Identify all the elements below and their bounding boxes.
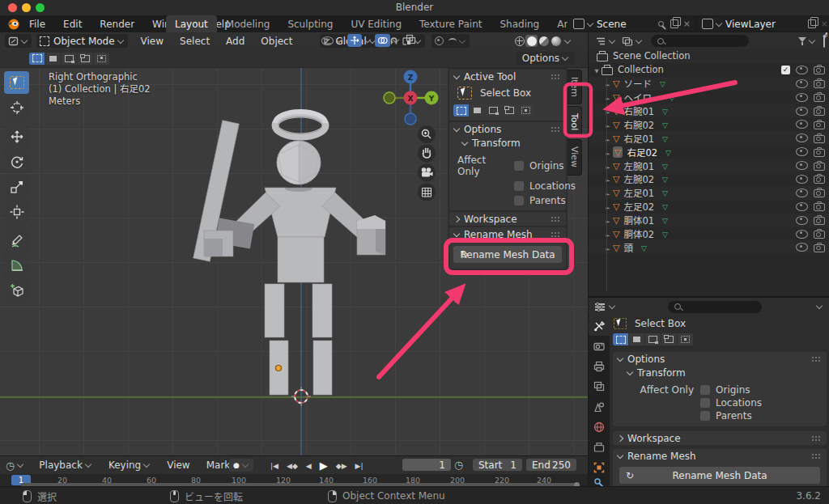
panel-grip-icon[interactable] — [811, 435, 822, 441]
object-name[interactable]: 右足01 — [623, 132, 654, 145]
expand-icon[interactable] — [603, 228, 613, 239]
show-gizmo-toggle[interactable] — [347, 34, 362, 47]
axis-neg-z-ball[interactable] — [405, 113, 416, 125]
editor-type-button[interactable] — [5, 34, 32, 48]
options-panel-header[interactable]: Options — [613, 352, 827, 366]
select-mode-invert[interactable] — [78, 53, 93, 65]
expand-icon[interactable] — [603, 105, 613, 116]
select-mode-subtract[interactable] — [645, 333, 661, 345]
add-menu[interactable]: Add — [218, 36, 253, 47]
show-overlays-toggle[interactable] — [375, 34, 390, 47]
menu-file[interactable]: File — [20, 15, 54, 32]
scene-collection-row[interactable]: Scene Collection — [589, 49, 829, 63]
outliner-item[interactable]: 左腕01 — [589, 159, 829, 172]
disable-render-icon[interactable] — [814, 163, 825, 171]
select-mode-new[interactable] — [29, 53, 45, 65]
current-frame-field[interactable]: 1 — [402, 459, 451, 471]
npanel-tab-tool[interactable]: Tool — [568, 106, 582, 138]
xray-toggle[interactable] — [406, 34, 416, 47]
outliner-item-selected[interactable]: 右足02 — [589, 145, 829, 159]
locations-checkbox[interactable] — [514, 181, 524, 191]
hide-eye-icon[interactable] — [796, 202, 808, 211]
select-mode-subtract[interactable] — [486, 104, 501, 116]
npanel-tab-item[interactable]: Item — [568, 70, 582, 104]
start-frame-field[interactable]: Start 1 — [473, 459, 522, 471]
left-upper-leg-mesh[interactable] — [312, 284, 332, 337]
workspace-tab-texture-paint[interactable]: Texture Paint — [410, 15, 491, 32]
parents-checkbox[interactable] — [700, 411, 710, 421]
tool-transform[interactable] — [4, 201, 29, 223]
expand-icon[interactable] — [603, 133, 613, 144]
expand-icon[interactable] — [603, 146, 613, 158]
select-mode-subtract[interactable] — [62, 53, 77, 65]
active-tool-panel-header[interactable]: Active Tool — [449, 70, 566, 83]
hide-eye-icon[interactable] — [796, 230, 808, 239]
panel-grip-icon[interactable] — [811, 453, 822, 459]
viewport-options-button[interactable]: Options — [517, 52, 575, 65]
disable-render-icon[interactable] — [814, 94, 825, 102]
workspace-tab-modeling[interactable]: Modeling — [217, 15, 279, 32]
tool-annotate[interactable] — [4, 229, 29, 252]
workspace-tab-layout[interactable]: Layout — [166, 15, 217, 32]
rename-mesh-panel-header[interactable]: Rename Mesh — [449, 227, 566, 241]
object-name[interactable]: 左腕01 — [623, 159, 654, 172]
tool-select-box[interactable] — [4, 71, 29, 94]
disable-render-icon[interactable] — [814, 189, 825, 197]
transform-subpanel-header[interactable]: Transform — [613, 366, 827, 379]
outliner-item[interactable]: 胴体01 — [589, 214, 829, 227]
viewlayer-name[interactable]: ViewLayer — [725, 19, 776, 30]
object-visibility-dropdown[interactable] — [321, 36, 343, 45]
auto-key-button[interactable]: ● — [229, 459, 253, 472]
object-menu[interactable]: Object — [253, 36, 300, 47]
panel-grip-icon[interactable] — [551, 74, 561, 79]
outliner-mode-dropdown[interactable] — [622, 36, 643, 46]
playback-menu[interactable]: Playback — [31, 460, 100, 471]
hide-eye-icon[interactable] — [796, 243, 808, 252]
object-name[interactable]: ソード — [623, 77, 652, 90]
tool-scale[interactable] — [4, 176, 29, 198]
end-frame-field[interactable]: End 250 — [526, 459, 576, 471]
jump-to-end-button[interactable]: ▶| — [352, 461, 367, 471]
outliner-item[interactable]: 左足02 — [589, 200, 829, 214]
properties-tab-viewlayer[interactable] — [589, 376, 610, 396]
object-name[interactable]: 右足02 — [627, 146, 657, 159]
outliner-item[interactable]: 胴体02 — [589, 227, 829, 241]
toggle-perspective-button[interactable] — [418, 184, 436, 201]
filter-icon[interactable] — [798, 37, 806, 45]
select-mode-intersect[interactable] — [94, 53, 109, 65]
prev-frame-button[interactable]: ◀ — [303, 461, 315, 471]
properties-tab-collection[interactable] — [589, 437, 610, 457]
hide-eye-icon[interactable] — [796, 147, 808, 156]
disable-render-icon[interactable] — [814, 108, 825, 116]
select-mode-extend[interactable] — [629, 333, 644, 345]
properties-tab-modifiers[interactable] — [589, 477, 610, 486]
properties-tab-tool[interactable] — [589, 316, 610, 336]
outliner-item[interactable]: 左足01 — [589, 186, 829, 200]
object-name[interactable]: 左腕02 — [623, 172, 654, 185]
outliner-item[interactable]: ヘイロー — [589, 91, 829, 104]
outliner-item[interactable]: 右腕02 — [589, 117, 829, 131]
jump-to-start-button[interactable]: |◀ — [267, 461, 282, 471]
select-menu[interactable]: Select — [172, 36, 218, 47]
viewlayer-selector[interactable]: ViewLayer × — [698, 17, 829, 31]
solid-shading-active[interactable] — [525, 35, 538, 47]
mode-dropdown[interactable]: Object Mode — [36, 34, 128, 48]
hide-eye-icon[interactable] — [796, 107, 808, 116]
new-viewlayer-icon[interactable] — [808, 19, 816, 28]
outliner-filter-dropdown[interactable] — [595, 36, 616, 46]
zoom-button[interactable] — [418, 125, 436, 143]
unlink-scene-icon[interactable]: × — [683, 19, 691, 29]
collection-checkbox[interactable] — [781, 66, 790, 74]
object-name[interactable]: 右腕02 — [623, 118, 654, 131]
pin-icon[interactable] — [658, 21, 664, 27]
object-name[interactable]: 左足01 — [623, 186, 654, 199]
torso-upper-mesh[interactable] — [265, 188, 336, 237]
npanel-tab-view[interactable]: View — [568, 139, 582, 175]
next-keyframe-button[interactable]: ◆▶ — [333, 461, 351, 471]
expand-icon[interactable] — [603, 187, 613, 198]
object-name[interactable]: 胴体02 — [623, 227, 654, 240]
hide-eye-icon[interactable] — [796, 161, 808, 170]
transform-subpanel-header[interactable]: Transform — [449, 136, 566, 150]
menu-render[interactable]: Render — [91, 15, 143, 32]
properties-tab-output[interactable] — [589, 356, 610, 376]
